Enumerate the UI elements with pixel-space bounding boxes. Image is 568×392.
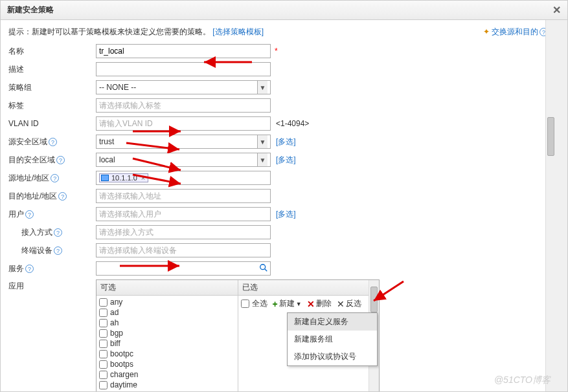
- label-name: 名称: [8, 46, 96, 57]
- dstzone-value: local: [99, 155, 115, 164]
- label-group: 策略组: [8, 82, 96, 93]
- menu-add-proto[interactable]: 添加协议或协议号: [288, 348, 377, 365]
- help-icon[interactable]: ?: [25, 265, 34, 273]
- service-search-input[interactable]: [96, 261, 271, 276]
- picker-item[interactable]: bootps: [99, 359, 235, 369]
- close-icon[interactable]: ✕: [552, 4, 561, 16]
- body-scrollbar[interactable]: [545, 20, 556, 391]
- tag-remove-icon[interactable]: ×: [140, 174, 146, 182]
- menu-custom-service[interactable]: 新建自定义服务: [288, 313, 377, 331]
- picker-item[interactable]: ah: [99, 318, 235, 328]
- invert-icon: ✕: [337, 299, 345, 309]
- dstzone-select[interactable]: local ▼: [96, 153, 271, 167]
- srczone-more-link[interactable]: [多选]: [276, 136, 296, 147]
- picker-item[interactable]: ad: [99, 307, 235, 318]
- access-input[interactable]: [96, 225, 271, 239]
- help-icon[interactable]: ?: [54, 228, 62, 237]
- label-access: 接入方式: [21, 228, 52, 237]
- vlan-range: <1-4094>: [276, 119, 309, 128]
- label-srcaddr: 源地址/地区: [8, 173, 49, 182]
- srczone-select[interactable]: trust ▼: [96, 135, 271, 149]
- label-user: 用户: [8, 210, 24, 219]
- dstaddr-input[interactable]: [96, 189, 271, 203]
- label-srczone: 源安全区域: [8, 137, 47, 146]
- picker-item[interactable]: bgp: [99, 328, 235, 338]
- plus-icon: +: [273, 299, 278, 309]
- help-icon[interactable]: ?: [51, 174, 59, 182]
- desc-input[interactable]: [96, 62, 271, 76]
- picker-item[interactable]: bootpc: [99, 349, 235, 359]
- dialog-title: 新建安全策略: [7, 5, 54, 16]
- help-icon[interactable]: ?: [54, 246, 62, 255]
- picker-available-head: 可选: [97, 280, 238, 296]
- srcaddr-tag: 10.1.1.0 ×: [99, 173, 148, 182]
- search-icon[interactable]: [259, 263, 268, 272]
- srcaddr-tag-text: 10.1.1.0: [111, 174, 137, 182]
- vlan-input[interactable]: [96, 116, 271, 131]
- swap-src-dst-link[interactable]: 交换源和目的: [492, 27, 538, 36]
- new-menu: 新建自定义服务 新建服务组 添加协议或协议号: [287, 312, 378, 366]
- chevron-down-icon: ▼: [257, 153, 267, 166]
- help-icon[interactable]: ?: [56, 156, 65, 164]
- srcaddr-input[interactable]: 10.1.1.0 ×: [96, 171, 271, 185]
- label-vlan: VLAN ID: [8, 119, 96, 128]
- watermark: @51CTO博客: [494, 375, 551, 386]
- svg-line-1: [265, 269, 267, 272]
- picker-item[interactable]: biff: [99, 338, 235, 349]
- hint-row: 提示：新建时可以基于策略模板来快速定义您需要的策略。 [选择策略模板]: [8, 27, 264, 38]
- dstzone-more-link[interactable]: [多选]: [276, 155, 296, 166]
- chevron-down-icon: ▼: [257, 135, 267, 148]
- delete-icon: ✕: [307, 299, 315, 309]
- picker-item[interactable]: any: [99, 297, 235, 307]
- label-service: 服务: [8, 264, 24, 273]
- name-input[interactable]: [96, 44, 271, 58]
- service-picker: 可选 anyadahbgpbiffbootpcbootpschargendayt…: [96, 279, 380, 391]
- host-icon: [101, 175, 109, 181]
- select-all-label: 全选: [252, 298, 267, 309]
- label-desc: 描述: [8, 64, 96, 75]
- delete-button[interactable]: ✕删除: [307, 298, 332, 309]
- picker-selected-head: 已选: [238, 280, 380, 296]
- picker-item[interactable]: diameter: [99, 390, 235, 391]
- hint-text: 提示：新建时可以基于策略模板来快速定义您需要的策略。: [8, 27, 210, 36]
- label-app: 应用: [8, 281, 24, 290]
- label-terminal: 终端设备: [21, 246, 52, 255]
- picker-item[interactable]: daytime: [99, 380, 235, 390]
- invert-button[interactable]: ✕反选: [337, 298, 361, 309]
- new-button[interactable]: +新建▼: [273, 298, 302, 309]
- group-select[interactable]: -- NONE -- ▼: [96, 80, 271, 94]
- chevron-down-icon: ▼: [257, 81, 267, 94]
- label-dstzone: 目的安全区域: [8, 155, 55, 164]
- tag-input[interactable]: [96, 98, 271, 113]
- select-template-link[interactable]: [选择策略模板]: [212, 27, 264, 36]
- user-input[interactable]: [96, 207, 271, 221]
- srczone-value: trust: [99, 137, 114, 146]
- label-dstaddr: 目的地址/地区: [8, 191, 57, 201]
- select-all[interactable]: 全选: [241, 298, 267, 310]
- group-value: -- NONE --: [99, 83, 136, 92]
- svg-point-0: [260, 265, 266, 270]
- help-icon[interactable]: ?: [58, 192, 67, 201]
- menu-service-group[interactable]: 新建服务组: [288, 331, 377, 348]
- chevron-down-icon: ▼: [296, 301, 302, 307]
- help-icon[interactable]: ?: [25, 210, 34, 219]
- picker-available-list[interactable]: anyadahbgpbiffbootpcbootpschargendaytime…: [97, 296, 238, 391]
- terminal-input[interactable]: [96, 243, 271, 257]
- label-tag: 标签: [8, 100, 96, 111]
- help-icon[interactable]: ?: [49, 138, 57, 146]
- picker-item[interactable]: chargen: [99, 369, 235, 380]
- required-mark: *: [275, 47, 278, 56]
- user-more-link[interactable]: [多选]: [276, 209, 296, 220]
